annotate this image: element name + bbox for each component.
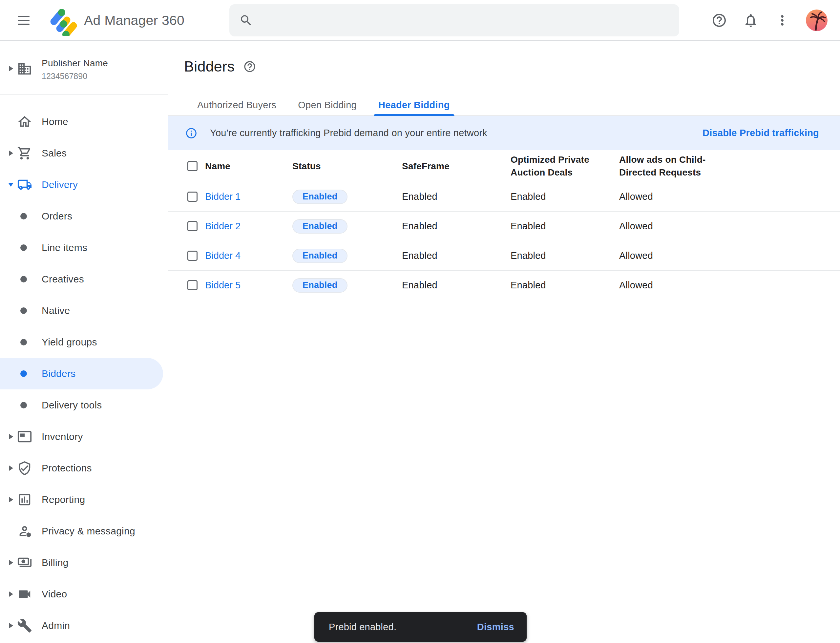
publisher-selector[interactable]: Publisher Name 1234567890 bbox=[0, 41, 168, 95]
sidebar-item-yield-groups[interactable]: Yield groups bbox=[0, 326, 168, 358]
sidebar-item-protections[interactable]: Protections bbox=[0, 452, 168, 484]
sidebar-item-label: Home bbox=[42, 116, 68, 127]
sidebar-item-label: Yield groups bbox=[42, 336, 97, 348]
child-directed-value: Allowed bbox=[619, 191, 840, 202]
select-all-checkbox[interactable] bbox=[187, 161, 198, 171]
publisher-name: Publisher Name bbox=[42, 58, 108, 69]
sidebar-item-native[interactable]: Native bbox=[0, 295, 168, 326]
sidebar-item-privacy-messaging[interactable]: Privacy & messaging bbox=[0, 516, 168, 547]
chevron-right-icon bbox=[9, 434, 13, 439]
status-badge: Enabled bbox=[293, 278, 348, 293]
building-icon bbox=[17, 61, 32, 77]
sidebar-item-label: Reporting bbox=[42, 494, 85, 505]
product-name: Ad Manager 360 bbox=[84, 0, 185, 41]
sidebar-item-orders[interactable]: Orders bbox=[0, 201, 168, 232]
sidebar-item-label: Bidders bbox=[42, 368, 75, 379]
bidder-name-link[interactable]: Bidder 2 bbox=[205, 221, 240, 231]
sidebar-item-label: Delivery tools bbox=[42, 400, 102, 411]
table-header-row: Name Status SafeFrame Optimized Private … bbox=[168, 150, 840, 182]
ad-manager-logo-icon bbox=[47, 5, 78, 36]
sidebar-item-delivery[interactable]: Delivery bbox=[0, 169, 168, 201]
bullet-icon bbox=[20, 276, 27, 282]
shield-icon bbox=[17, 460, 32, 476]
sidebar-item-label: Line items bbox=[42, 242, 87, 253]
sidebar-item-label: Video bbox=[42, 589, 67, 600]
tab-bar: Authorized BuyersOpen BiddingHeader Bidd… bbox=[168, 93, 840, 116]
chevron-right-icon bbox=[9, 623, 13, 628]
table-row: Bidder 5EnabledEnabledEnabledAllowed bbox=[168, 271, 840, 300]
chevron-right-icon bbox=[9, 497, 13, 502]
chevron-right-icon bbox=[9, 560, 13, 565]
banner-message: You’re currently trafficking Prebid dema… bbox=[210, 127, 487, 139]
main-content: Bidders Authorized BuyersOpen BiddingHea… bbox=[168, 41, 840, 643]
chevron-down-icon bbox=[8, 183, 13, 187]
sidebar-item-admin[interactable]: Admin bbox=[0, 610, 168, 641]
column-header-optimized-deals: Optimized Private Auction Deals bbox=[511, 153, 596, 179]
publisher-id: 1234567890 bbox=[42, 72, 108, 81]
admin-icon bbox=[17, 618, 32, 633]
status-badge: Enabled bbox=[293, 219, 348, 233]
chevron-right-icon bbox=[9, 66, 13, 71]
safeframe-value: Enabled bbox=[402, 191, 511, 202]
column-header-safeframe: SafeFrame bbox=[402, 160, 511, 173]
sidebar-item-line-items[interactable]: Line items bbox=[0, 232, 168, 263]
page-title: Bidders bbox=[184, 58, 235, 75]
safeframe-value: Enabled bbox=[402, 221, 511, 232]
search-icon bbox=[239, 13, 253, 27]
toast-message: Prebid enabled. bbox=[329, 622, 396, 633]
tab-header-bidding[interactable]: Header Bidding bbox=[374, 93, 454, 116]
sidebar-item-label: Protections bbox=[42, 463, 92, 474]
search-input[interactable] bbox=[261, 15, 679, 26]
sidebar-item-label: Admin bbox=[42, 620, 70, 631]
chevron-right-icon bbox=[9, 465, 13, 471]
row-checkbox[interactable] bbox=[187, 221, 198, 231]
search-bar[interactable] bbox=[229, 4, 679, 36]
menu-icon[interactable] bbox=[18, 15, 29, 26]
tab-open-bidding[interactable]: Open Bidding bbox=[293, 93, 361, 116]
bullet-icon bbox=[20, 307, 27, 314]
bidder-name-link[interactable]: Bidder 1 bbox=[205, 191, 240, 202]
more-vert-icon[interactable] bbox=[775, 13, 790, 28]
notifications-icon[interactable] bbox=[743, 13, 758, 28]
dismiss-button[interactable]: Dismiss bbox=[477, 622, 514, 633]
disable-prebid-link[interactable]: Disable Prebid trafficking bbox=[703, 127, 819, 139]
bidder-name-link[interactable]: Bidder 4 bbox=[205, 250, 240, 261]
sidebar-item-label: Creatives bbox=[42, 274, 84, 285]
tab-authorized-buyers[interactable]: Authorized Buyers bbox=[193, 93, 281, 116]
table-row: Bidder 1EnabledEnabledEnabledAllowed bbox=[168, 182, 840, 212]
row-checkbox[interactable] bbox=[187, 251, 198, 261]
bullet-icon bbox=[20, 402, 27, 408]
optimized-deals-value: Enabled bbox=[511, 191, 619, 202]
bidders-table: Name Status SafeFrame Optimized Private … bbox=[168, 150, 840, 300]
info-icon bbox=[185, 127, 198, 139]
sidebar-item-label: Inventory bbox=[42, 431, 83, 442]
child-directed-value: Allowed bbox=[619, 221, 840, 232]
sidebar-item-video[interactable]: Video bbox=[0, 578, 168, 610]
sidebar-item-home[interactable]: Home bbox=[0, 106, 168, 137]
bullet-icon bbox=[20, 339, 27, 346]
topbar: Ad Manager 360 bbox=[0, 0, 840, 41]
sidebar-item-delivery-tools[interactable]: Delivery tools bbox=[0, 389, 168, 421]
page-help-icon[interactable] bbox=[243, 60, 256, 73]
sidebar-item-sales[interactable]: Sales bbox=[0, 137, 168, 169]
bidder-name-link[interactable]: Bidder 5 bbox=[205, 280, 240, 290]
sidebar-item-bidders[interactable]: Bidders bbox=[0, 358, 163, 389]
bullet-icon bbox=[20, 370, 27, 377]
row-checkbox[interactable] bbox=[187, 280, 198, 290]
help-icon[interactable] bbox=[711, 13, 727, 28]
toast: Prebid enabled. Dismiss bbox=[314, 612, 527, 642]
inventory-icon bbox=[17, 429, 32, 444]
privacy-icon bbox=[17, 524, 32, 539]
avatar[interactable] bbox=[806, 10, 827, 31]
video-icon bbox=[17, 587, 32, 602]
sidebar-item-billing[interactable]: Billing bbox=[0, 547, 168, 578]
child-directed-value: Allowed bbox=[619, 250, 840, 261]
sidebar-item-creatives[interactable]: Creatives bbox=[0, 263, 168, 295]
row-checkbox[interactable] bbox=[187, 192, 198, 202]
child-directed-value: Allowed bbox=[619, 280, 840, 290]
sidebar-item-reporting[interactable]: Reporting bbox=[0, 484, 168, 516]
info-banner: You’re currently trafficking Prebid dema… bbox=[168, 116, 840, 150]
sidebar-nav: HomeSalesDeliveryOrdersLine itemsCreativ… bbox=[0, 106, 168, 641]
sidebar-item-inventory[interactable]: Inventory bbox=[0, 421, 168, 452]
home-icon bbox=[17, 114, 32, 129]
